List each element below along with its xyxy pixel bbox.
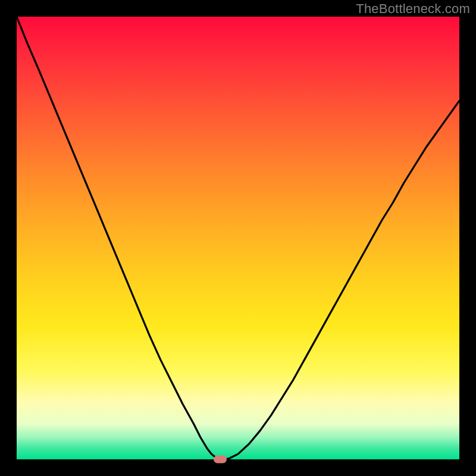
watermark-text: TheBottleneck.com [356, 1, 470, 17]
chart-frame: TheBottleneck.com [0, 0, 476, 476]
plot-area [17, 17, 459, 459]
optimal-point-marker [214, 456, 227, 464]
bottleneck-curve [17, 17, 459, 459]
